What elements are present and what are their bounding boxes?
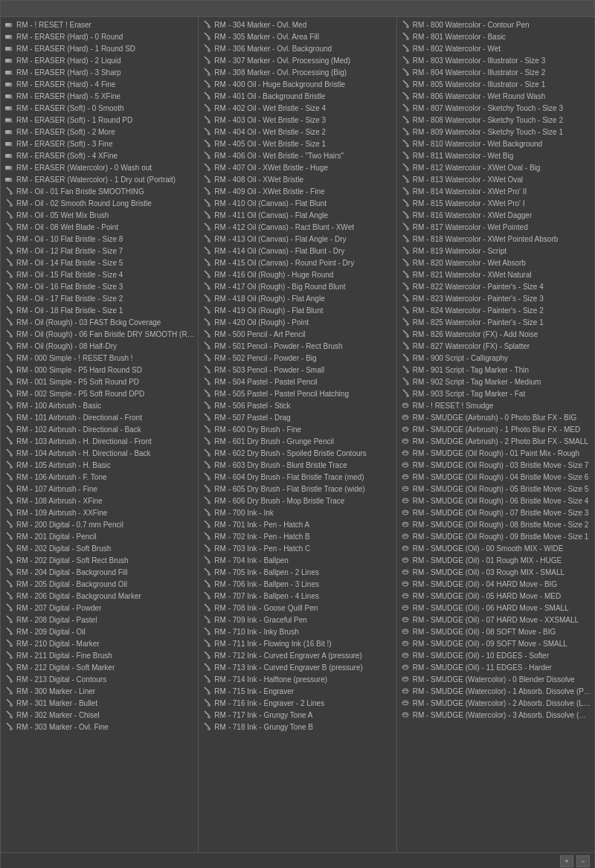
preset-item[interactable]: RM - SMUDGE (Oil) - 01 Rough MIX - HUGE: [397, 554, 594, 566]
preset-item[interactable]: RM - SMUDGE (Watercolor) - 1 Absorb. Dis…: [397, 685, 594, 697]
preset-item[interactable]: RM - SMUDGE (Oil Rough) - 01 Paint Mix -…: [397, 447, 594, 459]
preset-item[interactable]: RM - 504 Pastel - Pastel Pencil: [199, 376, 396, 388]
preset-item[interactable]: RM - SMUDGE (Oil Rough) - 03 Bristle Mov…: [397, 459, 594, 471]
preset-item[interactable]: RM - SMUDGE (Oil) - 11 EDGES - Harder: [397, 661, 594, 673]
preset-item[interactable]: RM - SMUDGE (Oil Rough) - 08 Bristle Mov…: [397, 518, 594, 530]
preset-item[interactable]: RM - 503 Pencil - Powder - Small: [199, 364, 396, 376]
preset-item[interactable]: RM - ERASER (Hard) - 3 Sharp: [1, 66, 198, 78]
preset-item[interactable]: RM - 106 Airbrush - F. Tone: [1, 471, 198, 483]
preset-item[interactable]: RM - 200 Digital - 0.7 mm Pencil: [1, 518, 198, 530]
preset-item[interactable]: RM - 401 Oil - Background Bristle: [199, 90, 396, 102]
preset-item[interactable]: RM - 303 Marker - Ovl. Fine: [1, 721, 198, 733]
preset-item[interactable]: RM - Oil - 10 Flat Bristle - Size 8: [1, 233, 198, 245]
preset-item[interactable]: RM - SMUDGE (Oil) - 08 SOFT Move - BIG: [397, 626, 594, 637]
preset-item[interactable]: RM - 414 Oil (Canvas) - Flat Blunt - Dry: [199, 245, 396, 257]
preset-item[interactable]: RM - 103 Airbrush - H. Directional - Fro…: [1, 435, 198, 447]
preset-item[interactable]: RM - 818 Watercolor - XWet Pointed Absor…: [397, 233, 594, 245]
preset-item[interactable]: RM - SMUDGE (Airbrush) - 2 Photo Blur FX…: [397, 435, 594, 447]
preset-item[interactable]: RM - SMUDGE (Oil) - 00 Smooth MIX - WIDE: [397, 542, 594, 554]
preset-item[interactable]: RM - 606 Dry Brush - Mop Bristle Trace: [199, 495, 396, 507]
preset-item[interactable]: RM - Oil - 17 Flat Bristle - Size 2: [1, 292, 198, 304]
preset-item[interactable]: RM - Oil - 16 Flat Bristle - Size 3: [1, 280, 198, 292]
preset-item[interactable]: RM - 819 Watercolor - Script: [397, 245, 594, 257]
preset-item[interactable]: RM - SMUDGE (Oil) - 10 EDGES - Softer: [397, 649, 594, 661]
preset-item[interactable]: RM - 100 Airbrush - Basic: [1, 399, 198, 411]
preset-item[interactable]: RM - SMUDGE (Airbrush) - 0 Photo Blur FX…: [397, 411, 594, 423]
preset-item[interactable]: RM - SMUDGE (Oil Rough) - 05 Bristle Mov…: [397, 483, 594, 495]
preset-item[interactable]: RM - 405 Oil - Wet Bristle - Size 1: [199, 138, 396, 150]
preset-item[interactable]: RM - 416 Oil (Rough) - Huge Round: [199, 269, 396, 280]
preset-item[interactable]: RM - 715 Ink - Engraver: [199, 685, 396, 697]
preset-item[interactable]: RM - 822 Watercolor - Painter's - Size 4: [397, 280, 594, 292]
preset-item[interactable]: RM - 307 Marker - Ovl. Processing (Med): [199, 54, 396, 66]
preset-item[interactable]: RM - 823 Watercolor - Painter's - Size 3: [397, 292, 594, 304]
preset-item[interactable]: RM - 800 Watercolor - Contour Pen: [397, 19, 594, 30]
preset-item[interactable]: RM - Oil - 18 Flat Bristle - Size 1: [1, 304, 198, 316]
preset-item[interactable]: RM - 000 Simple - P5 Hard Round SD: [1, 364, 198, 376]
preset-item[interactable]: RM - 308 Marker - Ovl. Processing (Big): [199, 66, 396, 78]
preset-item[interactable]: RM - 602 Dry Brush - Spoiled Bristle Con…: [199, 447, 396, 459]
preset-item[interactable]: RM - 204 Digital - Background Fill: [1, 566, 198, 578]
preset-item[interactable]: RM - 821 Watercolor - XWet Natural: [397, 269, 594, 280]
preset-item[interactable]: RM - 409 Oil - XWet Bristle - Fine: [199, 185, 396, 197]
preset-item[interactable]: RM - 707 Ink - Ballpen - 4 Lines: [199, 590, 396, 602]
preset-item[interactable]: RM - 705 Ink - Ballpen - 2 Lines: [199, 566, 396, 578]
preset-item[interactable]: RM - SMUDGE (Airbrush) - 1 Photo Blur FX…: [397, 423, 594, 435]
preset-item[interactable]: RM - 807 Watercolor - Sketchy Touch - Si…: [397, 102, 594, 114]
preset-item[interactable]: RM - 002 Simple - P5 Soft Round DPD: [1, 388, 198, 399]
preset-item[interactable]: RM - 903 Script - Tag Marker - Fat: [397, 388, 594, 399]
preset-item[interactable]: RM - 300 Marker - Liner: [1, 685, 198, 697]
preset-item[interactable]: RM - 804 Watercolor - Illustrator - Size…: [397, 66, 594, 78]
preset-item[interactable]: RM - 801 Watercolor - Basic: [397, 30, 594, 42]
preset-item[interactable]: RM - 702 Ink - Pen - Hatch B: [199, 530, 396, 542]
preset-item[interactable]: RM - 806 Watercolor - Wet Round Wash: [397, 90, 594, 102]
preset-item[interactable]: RM - 816 Watercolor - XWet Dagger: [397, 209, 594, 221]
preset-item[interactable]: RM - 824 Watercolor - Painter's - Size 2: [397, 304, 594, 316]
preset-item[interactable]: RM - Oil - 15 Flat Bristle - Size 4: [1, 269, 198, 280]
preset-item[interactable]: RM - 601 Dry Brush - Grunge Pencil: [199, 435, 396, 447]
preset-item[interactable]: RM - 704 Ink - Ballpen: [199, 554, 396, 566]
preset-item[interactable]: RM - 104 Airbrush - H. Directional - Bac…: [1, 447, 198, 459]
preset-item[interactable]: RM - 814 Watercolor - XWet Pro' II: [397, 185, 594, 197]
preset-item[interactable]: RM - 418 Oil (Rough) - Flat Angle: [199, 292, 396, 304]
preset-item[interactable]: RM - 413 Oil (Canvas) - Flat Angle - Dry: [199, 233, 396, 245]
preset-item[interactable]: RM - Oil (Rough) - 06 Fan Bristle DRY SM…: [1, 328, 198, 340]
preset-item[interactable]: RM - ERASER (Soft) - 0 Smooth: [1, 102, 198, 114]
preset-item[interactable]: RM - 205 Digital - Background Oil: [1, 578, 198, 590]
preset-item[interactable]: RM - 815 Watercolor - XWet Pro' I: [397, 197, 594, 209]
preset-item[interactable]: RM - Oil (Rough) - 03 FAST Bckg Coverage: [1, 316, 198, 328]
preset-item[interactable]: RM - SMUDGE (Watercolor) - 3 Absorb. Dis…: [397, 709, 594, 721]
preset-item[interactable]: RM - SMUDGE (Oil) - 04 HARD Move - BIG: [397, 578, 594, 590]
preset-item[interactable]: RM - 302 Marker - Chisel: [1, 709, 198, 721]
preset-item[interactable]: RM - 406 Oil - Wet Bristle - "Two Hairs": [199, 150, 396, 161]
preset-item[interactable]: RM - 109 Airbrush - XXFine: [1, 507, 198, 518]
preset-item[interactable]: RM - 901 Script - Tag Marker - Thin: [397, 364, 594, 376]
preset-item[interactable]: RM - 700 Ink - Ink: [199, 507, 396, 518]
preset-item[interactable]: RM - Oil - 01 Fan Bristle SMOOTHING: [1, 185, 198, 197]
preset-item[interactable]: RM - 820 Watercolor - Wet Absorb: [397, 257, 594, 269]
preset-item[interactable]: RM - SMUDGE (Oil) - 05 HARD Move - MED: [397, 590, 594, 602]
add-preset-button[interactable]: +: [560, 855, 573, 867]
preset-item[interactable]: RM - 808 Watercolor - Sketchy Touch - Si…: [397, 114, 594, 126]
preset-item[interactable]: RM - SMUDGE (Watercolor) - 0 Blender Dis…: [397, 673, 594, 685]
preset-item[interactable]: RM - 417 Oil (Rough) - Big Round Blunt: [199, 280, 396, 292]
preset-item[interactable]: RM - Oil - 05 Wet Mix Brush: [1, 209, 198, 221]
preset-item[interactable]: RM - 900 Script - Calligraphy: [397, 352, 594, 364]
preset-item[interactable]: RM - 108 Airbrush - XFine: [1, 495, 198, 507]
preset-item[interactable]: RM - 403 Oil - Wet Bristle - Size 3: [199, 114, 396, 126]
preset-item[interactable]: RM - 805 Watercolor - Illustrator - Size…: [397, 78, 594, 90]
preset-item[interactable]: RM - 001 Simple - P5 Soft Round PD: [1, 376, 198, 388]
preset-item[interactable]: RM - 506 Pastel - Stick: [199, 399, 396, 411]
preset-item[interactable]: RM - 811 Watercolor - Wet Big: [397, 150, 594, 161]
preset-item[interactable]: RM - Oil (Rough) - 08 Half-Dry: [1, 340, 198, 352]
preset-item[interactable]: RM - 826 Watercolor (FX) - Add Noise: [397, 328, 594, 340]
preset-item[interactable]: RM - SMUDGE (Oil) - 03 Rough MIX - SMALL: [397, 566, 594, 578]
preset-item[interactable]: RM - 402 Oil - Wet Bristle - Size 4: [199, 102, 396, 114]
preset-item[interactable]: RM - 201 Digital - Pencil: [1, 530, 198, 542]
preset-item[interactable]: RM - 706 Ink - Ballpen - 3 Lines: [199, 578, 396, 590]
preset-item[interactable]: RM - 209 Digital - Oil: [1, 626, 198, 637]
preset-item[interactable]: RM - 207 Digital - Powder: [1, 602, 198, 614]
preset-item[interactable]: RM - 825 Watercolor - Painter's - Size 1: [397, 316, 594, 328]
preset-item[interactable]: RM - Oil - 02 Smooth Round Long Bristle: [1, 197, 198, 209]
preset-item[interactable]: RM - 605 Dry Brush - Flat Bristle Trace …: [199, 483, 396, 495]
